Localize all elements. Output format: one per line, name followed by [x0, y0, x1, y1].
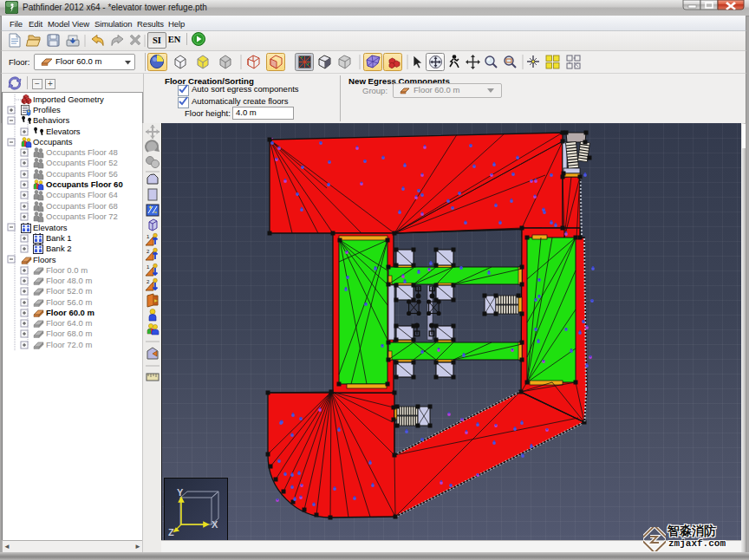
svg-text:Z: Z: [168, 527, 174, 537]
svg-text:X: X: [212, 519, 218, 530]
svg-text:2: 2: [147, 279, 150, 284]
svg-text:2: 2: [147, 249, 150, 254]
svg-text:Y: Y: [177, 487, 184, 498]
svg-text:1: 1: [147, 234, 150, 239]
svg-text:1: 1: [147, 264, 150, 270]
